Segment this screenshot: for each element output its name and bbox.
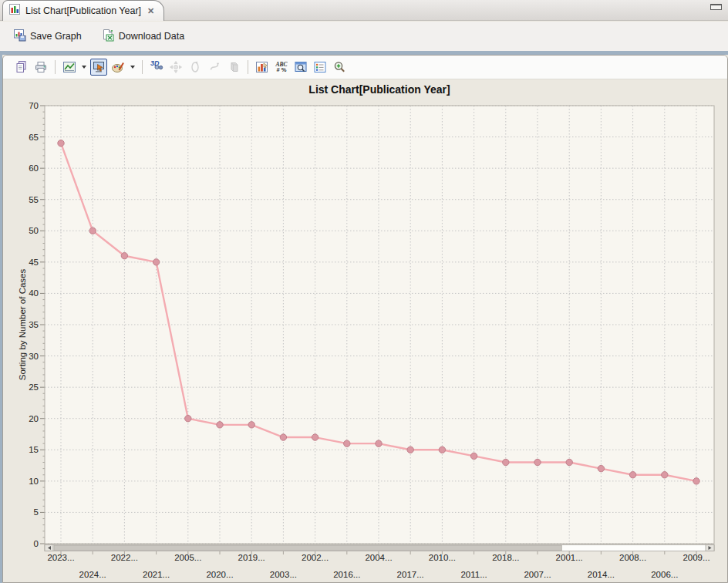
chevron-down-icon[interactable]: [129, 59, 136, 76]
x-tick-label: 2019...: [238, 553, 265, 562]
x-tick-label: 2004...: [365, 553, 392, 562]
data-point[interactable]: [662, 472, 668, 478]
save-graph-icon: [13, 29, 26, 44]
chart-type-icon[interactable]: [61, 59, 78, 76]
data-point[interactable]: [344, 440, 350, 447]
x-tick-label: 2011...: [460, 570, 487, 579]
bar-chart-icon: [8, 3, 21, 19]
tab-bar: List Chart[Publication Year] ✕: [0, 0, 728, 21]
data-point[interactable]: [58, 140, 64, 146]
y-tick-label: 10: [29, 477, 39, 486]
data-point[interactable]: [470, 453, 477, 459]
y-tick-label: 15: [29, 445, 39, 454]
data-point[interactable]: [693, 478, 699, 484]
y-tick-label: 25: [29, 382, 39, 392]
x-tick-label: 2001...: [556, 553, 583, 562]
chart-toolbar: 3D: [3, 56, 727, 79]
y-axis-label: Sorting by Number of Cases: [18, 269, 27, 380]
chart-region: List Chart[Publication Year] Sorting by …: [4, 80, 728, 583]
y-tick-label: 0: [34, 539, 39, 548]
preview-icon[interactable]: [292, 59, 309, 76]
chevron-down-icon[interactable]: [80, 59, 88, 76]
data-point[interactable]: [280, 434, 286, 440]
download-data-button[interactable]: Download Data: [99, 26, 187, 46]
x-tick-label: 2002...: [302, 553, 329, 562]
x-tick-label: 2008...: [619, 553, 646, 562]
y-tick-label: 50: [29, 226, 39, 235]
data-point[interactable]: [185, 416, 191, 422]
y-tick-label: 35: [29, 320, 39, 329]
y-tick-label: 45: [29, 258, 39, 267]
plot-area: [45, 106, 714, 544]
close-icon[interactable]: ✕: [146, 5, 156, 17]
x-tick-label: 2005...: [174, 553, 201, 562]
x-tick-label: 2021...: [143, 570, 170, 579]
toolbar-separator: [55, 60, 56, 74]
data-point[interactable]: [217, 422, 223, 428]
x-tick-label: 2010...: [429, 553, 456, 562]
legend-icon[interactable]: [312, 59, 329, 76]
x-tick-label: 2018...: [492, 553, 519, 562]
print-icon[interactable]: [32, 59, 49, 76]
x-tick-label: 2006...: [651, 570, 678, 579]
label-format-text: ABC # %: [275, 62, 287, 72]
data-point[interactable]: [153, 259, 159, 265]
pointer-mode-icon[interactable]: [90, 59, 107, 76]
rotate-3d-tool-glyph: [154, 59, 163, 73]
y-tick-label: 40: [29, 288, 39, 298]
x-tick-label: 2017...: [397, 570, 424, 579]
x-tick-label: 2009...: [682, 553, 709, 562]
data-point[interactable]: [248, 422, 254, 428]
data-point[interactable]: [534, 459, 541, 465]
x-tick-label: 2024...: [79, 570, 106, 579]
download-data-label: Download Data: [119, 31, 184, 42]
y-tick-label: 5: [34, 507, 39, 517]
save-graph-label: Save Graph: [30, 31, 82, 42]
depth-icon[interactable]: [225, 59, 242, 76]
actions-toolbar: Save Graph Download Data: [0, 22, 728, 51]
data-point[interactable]: [312, 434, 318, 440]
zoom-in-icon[interactable]: [331, 59, 348, 76]
y-tick-label: 65: [29, 133, 39, 142]
data-point[interactable]: [89, 227, 96, 234]
x-tick-label: 2022...: [111, 553, 138, 562]
data-point[interactable]: [439, 447, 445, 453]
palette-icon[interactable]: [110, 59, 126, 76]
bar-highlight-icon[interactable]: [254, 59, 271, 76]
pan-icon[interactable]: [167, 59, 184, 76]
toolbar-separator: [248, 60, 248, 74]
save-graph-button[interactable]: Save Graph: [10, 26, 85, 46]
y-tick-label: 60: [29, 163, 39, 173]
tab-title: List Chart[Publication Year]: [25, 5, 141, 16]
tab-list-chart[interactable]: List Chart[Publication Year] ✕: [2, 0, 164, 21]
data-point[interactable]: [503, 459, 509, 465]
chart-canvas: 05101520253035404550556065702023...2024.…: [4, 80, 728, 583]
x-tick-label: 2014...: [588, 570, 615, 579]
minimize-icon[interactable]: [710, 4, 722, 10]
chart-hscrollbar-thumb[interactable]: [54, 545, 561, 550]
y-tick-label: 20: [29, 414, 39, 423]
data-point[interactable]: [629, 472, 635, 478]
x-tick-label: 2007...: [524, 570, 551, 579]
y-tick-label: 30: [29, 352, 39, 361]
y-tick-label: 55: [29, 195, 39, 204]
y-tick-label: 70: [29, 101, 39, 110]
x-tick-label: 2016...: [333, 570, 360, 579]
x-tick-label: 2003...: [270, 570, 297, 579]
rotate-3d-icon[interactable]: 3D: [148, 59, 165, 76]
x-tick-label: 2023...: [47, 553, 74, 562]
label-format-icon[interactable]: ABC # %: [273, 59, 290, 76]
data-point[interactable]: [566, 459, 572, 465]
chart-title: List Chart[Publication Year]: [45, 83, 714, 96]
spin-vertical-icon[interactable]: [206, 59, 223, 76]
data-point[interactable]: [598, 465, 604, 471]
spin-horizontal-icon[interactable]: [187, 59, 204, 76]
download-data-icon: [102, 29, 115, 44]
data-point[interactable]: [407, 447, 413, 453]
data-point[interactable]: [121, 253, 127, 259]
toolbar-separator: [142, 60, 143, 74]
x-tick-label: 2020...: [206, 570, 233, 579]
chart-panel: 3D: [2, 55, 728, 583]
copy-icon[interactable]: [13, 59, 30, 76]
data-point[interactable]: [376, 440, 382, 447]
